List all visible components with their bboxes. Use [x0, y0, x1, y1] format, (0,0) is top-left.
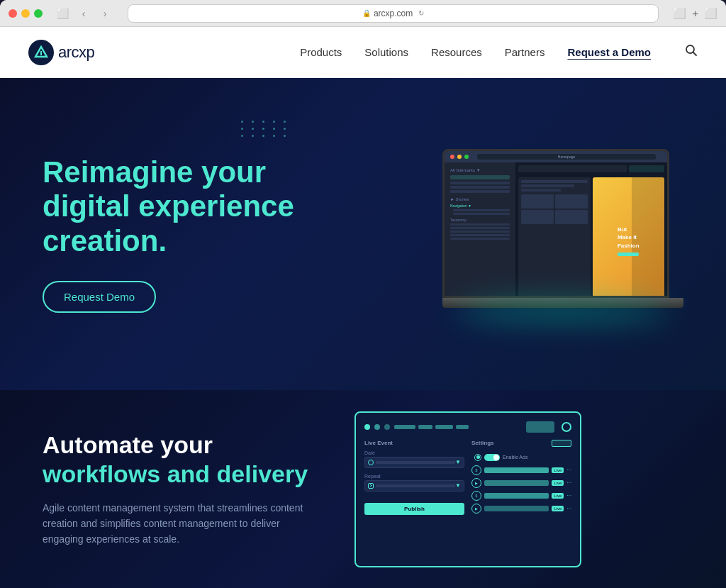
metric-bar-3	[484, 493, 549, 499]
metric-icon-1: $	[471, 465, 481, 475]
nav-products[interactable]: Products	[300, 46, 342, 58]
nav-request-demo[interactable]: Request a Demo	[567, 46, 651, 58]
laptop-screen: Homepage All Sitemarks ▼ ► Stories Na	[442, 149, 669, 298]
metric-tag-3: Live	[552, 493, 564, 499]
metric-bar-1	[484, 467, 549, 473]
new-tab-icon[interactable]: +	[692, 7, 698, 19]
metric-row-1: $ Live ···	[471, 465, 571, 475]
forward-arrow[interactable]: ›	[96, 5, 113, 22]
browser-actions: ⬜ + ⬜	[673, 7, 717, 20]
ads-icon	[474, 454, 481, 461]
logo-icon	[28, 40, 54, 65]
logo-text: arcxp	[58, 43, 94, 62]
dash-bar-3	[435, 425, 453, 429]
screen-sidebar: All Sitemarks ▼ ► Stories Navigation ▼ T…	[445, 162, 515, 298]
nav-partners[interactable]: Partners	[505, 46, 545, 58]
date-field: Date ▼	[364, 450, 464, 468]
publish-button[interactable]: Publish	[364, 503, 464, 515]
share-icon[interactable]: ⬜	[673, 7, 686, 20]
dash-bar-1	[394, 425, 415, 429]
dash-dot-1	[364, 424, 370, 430]
back-button[interactable]: ⬜	[54, 5, 71, 22]
url-display: arcxp.com	[374, 9, 413, 18]
minimize-button[interactable]	[21, 9, 30, 18]
dash-top-button	[526, 421, 554, 433]
laptop-glow	[457, 301, 669, 322]
search-icon[interactable]	[685, 44, 698, 60]
metric-icon-2: $	[471, 491, 481, 501]
second-section: Automate your workflows and delivery Agi…	[0, 390, 726, 588]
browser-toolbar: 🔒 arcxp.com ↻	[119, 4, 667, 23]
nav-links: Products Solutions Resources Partners Re…	[300, 44, 698, 60]
repeat-value	[376, 484, 455, 487]
back-arrow[interactable]: ‹	[75, 5, 92, 22]
settings-title: Settings	[471, 440, 552, 446]
hero-section: Reimagine your digital experience creati…	[0, 78, 726, 390]
dash-circle	[562, 422, 571, 432]
nav-solutions[interactable]: Solutions	[364, 46, 408, 58]
play-icon-2[interactable]: ▶	[471, 504, 481, 514]
dashboard-left: Live Event Date ▼ Repeat	[364, 440, 464, 516]
address-bar[interactable]: 🔒 arcxp.com ↻	[128, 4, 659, 23]
dashboard-right: Settings Enable Ads	[471, 440, 571, 516]
hero-cta-button[interactable]: Request Demo	[43, 281, 156, 313]
maximize-button[interactable]	[34, 9, 43, 18]
enable-ads-toggle[interactable]	[484, 454, 500, 461]
dash-bars	[394, 425, 522, 429]
dashboard-body: Live Event Date ▼ Repeat	[364, 440, 571, 516]
repeat-field: Repeat ▼	[364, 474, 464, 492]
clock-icon	[368, 460, 374, 465]
close-button[interactable]	[9, 9, 17, 18]
dash-bar-4	[456, 425, 469, 429]
more-options-icon-1[interactable]: ···	[566, 467, 571, 473]
site-navigation: arcxp Products Solutions Resources Partn…	[0, 27, 726, 78]
repeat-label: Repeat	[364, 474, 464, 479]
metric-row-2: ▶ Live ···	[471, 478, 571, 488]
more-options-icon-3[interactable]: ···	[566, 492, 571, 499]
repeat-input[interactable]: ▼	[364, 480, 464, 492]
dashboard-mockup: Live Event Date ▼ Repeat	[354, 411, 581, 567]
dot-pattern-left	[241, 121, 289, 137]
second-content: Automate your workflows and delivery Agi…	[43, 431, 312, 548]
second-title-plain: Automate your	[43, 431, 213, 458]
hero-visual: Homepage All Sitemarks ▼ ► Stories Na	[340, 149, 683, 319]
hero-title: Reimagine your digital experience creati…	[43, 155, 340, 258]
laptop-mockup: Homepage All Sitemarks ▼ ► Stories Na	[442, 149, 683, 319]
screen-main: But Make It Fashion	[515, 162, 667, 298]
second-title: Automate your workflows and delivery	[43, 431, 312, 489]
nav-resources[interactable]: Resources	[431, 46, 482, 58]
more-options-icon-2[interactable]: ···	[566, 479, 571, 486]
repeat-icon	[368, 483, 374, 489]
traffic-lights	[9, 9, 43, 18]
settings-box	[552, 440, 571, 447]
live-event-title: Live Event	[364, 440, 464, 446]
date-label: Date	[364, 450, 464, 455]
hero-content: Reimagine your digital experience creati…	[43, 155, 340, 313]
fashion-preview: But Make It Fashion	[593, 177, 665, 298]
play-icon-1[interactable]: ▶	[471, 478, 481, 488]
toggle-knob	[493, 455, 499, 460]
metric-row-3: $ Live ···	[471, 491, 571, 501]
date-input[interactable]: ▼	[364, 457, 464, 468]
metric-bar-4	[484, 506, 549, 511]
svg-line-3	[693, 52, 697, 56]
more-options-icon-4[interactable]: ···	[566, 505, 571, 511]
dash-bar-2	[418, 425, 432, 429]
metric-row-4: ▶ Live ···	[471, 504, 571, 514]
dash-dot-3	[384, 424, 390, 430]
fashion-line1: But	[618, 226, 640, 233]
repeat-chevron-icon: ▼	[455, 482, 461, 489]
logo[interactable]: arcxp	[28, 40, 94, 65]
chevron-down-icon: ▼	[455, 459, 461, 465]
fashion-line3: Fashion	[618, 242, 640, 250]
screen-content: All Sitemarks ▼ ► Stories Navigation ▼ T…	[445, 162, 667, 298]
metric-tag-2: Live	[552, 480, 564, 486]
tabs-icon[interactable]: ⬜	[704, 7, 717, 20]
browser-nav: ⬜ ‹ ›	[54, 5, 113, 22]
browser-window: ⬜ ‹ › 🔒 arcxp.com ↻ ⬜ + ⬜	[0, 0, 726, 27]
dashboard-header	[364, 421, 571, 433]
enable-ads-label: Enable Ads	[503, 455, 527, 460]
enable-ads-row: Enable Ads	[471, 453, 571, 462]
settings-header: Settings	[471, 440, 571, 447]
metric-tag-1: Live	[552, 467, 564, 473]
